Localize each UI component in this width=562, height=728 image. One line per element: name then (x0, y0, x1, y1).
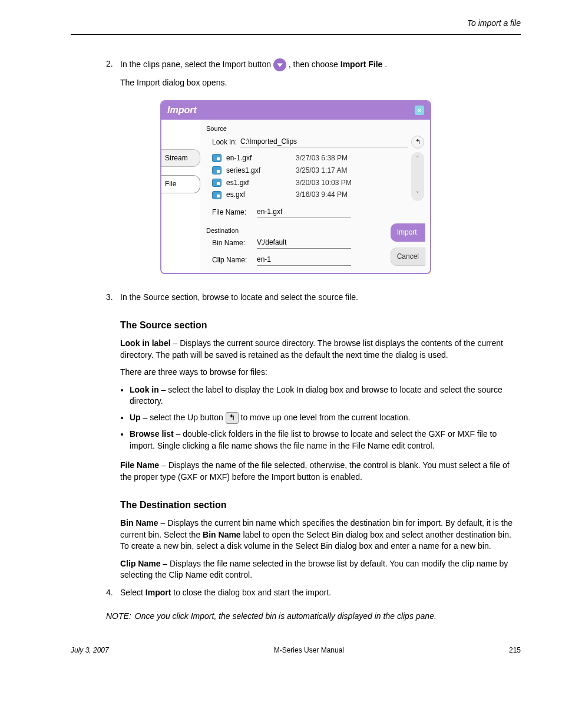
step-text: In the Source section, browse to locate … (120, 292, 521, 304)
list-item: Browse list – double-click folders in th… (130, 429, 521, 452)
footer-page: 215 (509, 645, 521, 655)
clipname-label: Clip Name: (212, 255, 253, 265)
file-icon (212, 166, 222, 174)
note-label: NOTE: (106, 611, 131, 622)
step-2: 2. In the clips pane, select the Import … (106, 58, 521, 71)
file-name: series1.gxf (226, 166, 291, 176)
file-icon (212, 179, 222, 187)
page-header-section: To import a file (71, 18, 521, 29)
binname-label[interactable]: Bin Name: (212, 238, 253, 248)
bullet-text: – double-click folders in the file list … (130, 429, 497, 450)
filename-row: File Name: en-1.gxf (206, 207, 424, 218)
bullet-bold: Look in (130, 385, 159, 394)
file-date: 3/27/03 6:38 PM (296, 153, 348, 163)
page-footer: July 3, 2007 M-Series User Manual 215 (71, 645, 521, 655)
dialog-buttons: Import Cancel (391, 223, 425, 266)
binname-bold: Bin Name (120, 518, 158, 528)
bullet-bold: Browse list (130, 429, 174, 439)
up-button[interactable]: ↰ (411, 136, 424, 149)
bullet-bold: Up (130, 413, 141, 422)
source-heading: Source (206, 124, 424, 133)
lookin-bold: Look in label (120, 338, 171, 348)
file-name: es1.gxf (226, 178, 291, 188)
dialog-title-text: Import (167, 104, 197, 117)
bullet-text: – select the label to display the Look I… (130, 385, 503, 406)
filename-para: File Name – Displays the name of the fil… (120, 460, 521, 483)
lookin-text: – Displays the current source directory.… (120, 338, 503, 360)
list-item: Up – select the Up button to move up one… (130, 412, 521, 424)
filename-field[interactable]: en-1.gxf (257, 207, 351, 218)
cancel-button[interactable]: Cancel (391, 248, 425, 266)
import-dropdown-icon (273, 58, 286, 71)
tab-stream[interactable]: Stream (161, 149, 200, 167)
destination-subhead: The Destination section (120, 499, 521, 512)
lookin-row: Look in: C:\Imported_Clips ↰ (206, 136, 424, 149)
chevron-up-icon[interactable]: ˄ (416, 154, 419, 163)
ways-list: Look in – select the label to display th… (130, 384, 521, 452)
step2-text-a: In the clips pane, select the Import but… (120, 59, 273, 68)
source-lookin-para: Look in label – Displays the current sou… (120, 338, 521, 361)
footer-date: July 3, 2007 (71, 645, 109, 655)
step-text: Select Import to close the dialog box an… (120, 587, 521, 599)
note: NOTE: Once you click Import, the selecte… (106, 611, 521, 622)
ways-intro: There are three ways to browse for files… (120, 367, 521, 378)
file-area: en-1.gxf 3/27/03 6:38 PM series1.gxf 3/2… (206, 152, 424, 201)
import-dialog: Import × Stream File Source Look in: C:\… (160, 100, 431, 274)
file-date: 3/25/03 1:17 AM (296, 166, 347, 176)
step4-bold: Import (146, 588, 171, 597)
file-row[interactable]: en-1.gxf 3/27/03 6:38 PM (212, 152, 408, 164)
bullet-mid: – select the Up button (143, 413, 226, 422)
step-number: 3. (106, 292, 120, 304)
chevron-down-icon[interactable]: ˅ (416, 190, 419, 199)
up-arrow-icon: ↰ (415, 137, 421, 146)
step-number: 2. (106, 58, 120, 71)
file-name: en-1.gxf (226, 153, 291, 163)
list-item: Look in – select the label to display th… (130, 384, 521, 407)
file-row[interactable]: series1.gxf 3/25/03 1:17 AM (212, 164, 408, 177)
step2-text-c: . (385, 59, 387, 68)
tab-file[interactable]: File (161, 175, 200, 193)
step2-bold: Import File (340, 59, 383, 68)
dialog-titlebar: Import × (161, 101, 430, 119)
close-icon[interactable]: × (415, 106, 424, 115)
lookin-path[interactable]: C:\Imported_Clips (240, 137, 408, 148)
file-date: 3/16/03 9:44 PM (296, 190, 348, 200)
footer-title: M-Series User Manual (274, 645, 344, 655)
clipname-field[interactable]: en-1 (257, 255, 351, 266)
file-row[interactable]: es1.gxf 3/20/03 10:03 PM (212, 177, 408, 189)
file-row[interactable]: es.gxf 3/16/03 9:44 PM (212, 189, 408, 201)
binname-para: Bin Name – Displays the current bin name… (120, 518, 521, 552)
file-name: es.gxf (226, 190, 291, 200)
clipname-text: – Displays the file name selected in the… (120, 559, 508, 580)
step4-text-a: Select (120, 588, 146, 597)
file-date: 3/20/03 10:03 PM (296, 178, 352, 188)
binname-bold2: Bin Name (203, 530, 241, 539)
file-icon (212, 154, 222, 162)
step2-text-b: , then choose (289, 59, 340, 68)
import-button[interactable]: Import (391, 223, 425, 242)
scrollbar[interactable]: ˄ ˅ (411, 152, 424, 201)
bullet-text: to move up one level from the current lo… (241, 413, 411, 422)
up-arrow-icon (226, 412, 239, 424)
clipname-bold: Clip Name (120, 559, 160, 568)
step-4: 4. Select Import to close the dialog box… (106, 587, 521, 599)
filename-bold: File Name (120, 460, 159, 470)
source-subhead: The Source section (120, 319, 521, 332)
dialog-body: Stream File Source Look in: C:\Imported_… (161, 120, 430, 273)
filename-text: – Displays the name of the file selected… (120, 460, 510, 482)
step-text: In the clips pane, select the Import but… (120, 58, 521, 71)
lookin-label[interactable]: Look in: (212, 137, 237, 147)
tabs-column: Stream File (161, 120, 200, 273)
clipname-para: Clip Name – Displays the file name selec… (120, 558, 521, 581)
step-number: 4. (106, 587, 120, 599)
step-3: 3. In the Source section, browse to loca… (106, 292, 521, 304)
file-list: en-1.gxf 3/27/03 6:38 PM series1.gxf 3/2… (212, 152, 408, 201)
binname-field[interactable]: V:/default (257, 238, 351, 249)
step4-text-b: to close the dialog box and start the im… (173, 588, 331, 597)
note-text: Once you click Import, the selected bin … (135, 611, 437, 622)
filename-label: File Name: (212, 207, 253, 218)
file-icon (212, 191, 222, 199)
step2-note: The Import dialog box opens. (120, 77, 521, 89)
header-rule (71, 34, 521, 35)
